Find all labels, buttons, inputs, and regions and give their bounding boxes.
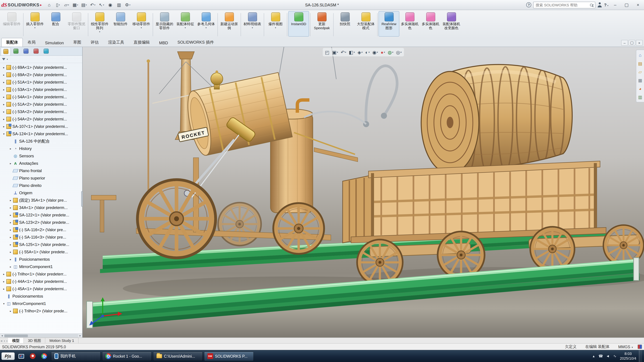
panel-splitter[interactable] [81,191,83,207]
headsup-button[interactable]: ↶ [340,48,347,56]
tree-item[interactable]: (-) 53A<2> (Valor predetermi... [0,108,82,116]
expander-icon[interactable] [9,206,12,209]
scroll-left-icon[interactable]: ◂ [0,334,4,337]
user-account-icon[interactable] [597,2,602,8]
panel-tab[interactable] [41,47,51,55]
start-button[interactable]: Pjs [1,352,14,360]
quick-launch-button[interactable] [16,352,26,361]
command-tab[interactable]: 渲染工具 [103,38,129,47]
quick-launch-button[interactable] [39,352,49,361]
task-pane-button[interactable]: ▤ [637,60,644,67]
toolbar-button[interactable]: ▱ [62,1,71,8]
command-tab[interactable]: 评估 [86,38,103,47]
tree-item[interactable]: (-) 44A<1> (Valor predetermi... [0,278,82,285]
task-pane-button[interactable]: ▱ [637,68,644,76]
toolbar-button[interactable]: ⌂ [45,1,53,8]
ribbon-button[interactable]: 智能扣件 [110,11,131,36]
ribbon-button[interactable]: 插入零部件 [24,11,45,36]
panel-tab[interactable] [11,47,21,55]
ribbon-button[interactable]: 爆炸视图 [265,11,286,36]
headsup-button[interactable]: ◈ [356,48,364,56]
tree-item[interactable]: (-) Trilho<1> (Valor predeterr... [0,270,82,278]
ribbon-button[interactable]: 参考几何体 [196,11,216,36]
ribbon-button[interactable]: 装配体随机改变颜色 [441,11,462,36]
expander-icon[interactable] [2,88,6,91]
toolbar-button[interactable]: ▤ [80,1,88,8]
tree-item[interactable]: SA-122<1> (Valor predete... [0,211,82,219]
tree-item[interactable]: MirrorComponent1 [0,263,82,270]
tree-item[interactable]: (-) SA-116<2> (Valor pre... [0,226,82,234]
menu-flyout-arrow-icon[interactable]: ▸ [40,3,42,7]
ribbon-button[interactable]: 材料明细表 [242,11,263,36]
taskbar-app-button[interactable]: 我的手机 [51,352,100,361]
expander-icon[interactable] [2,280,6,283]
status-item[interactable]: 欠定义 [565,344,576,349]
graphics-viewport[interactable]: ROCKET [82,47,644,338]
expander-icon[interactable] [2,81,6,84]
tree-item[interactable]: (-) 69A<2> (Valor predetermi... [0,71,82,78]
expander-icon[interactable] [9,310,12,312]
ribbon-button[interactable] [23,13,24,36]
headsup-button[interactable]: ◎ [395,48,402,56]
taskbar-app-button[interactable]: SOLIDWORKS P... [204,352,254,361]
help-menu[interactable]: ? [604,2,608,7]
command-tab[interactable]: Simulation [40,39,68,47]
volume-icon[interactable]: ◄ [606,354,610,358]
solidworks-logo[interactable]: dS SOLIDWORKS ▸ [1,2,42,8]
command-tab[interactable]: 草图 [68,38,86,47]
ribbon-button[interactable] [88,13,88,36]
ribbon-button[interactable]: RealView 图形 [378,11,399,36]
tree-item[interactable]: (-) 51A<2> (Valor predetermi... [0,101,82,108]
command-tab[interactable]: MBD [154,39,173,47]
tree-item[interactable]: Posicionamentos [0,256,82,263]
headsup-button[interactable]: ◰ [324,48,330,56]
command-tab[interactable]: 装配体 [1,38,23,47]
headsup-button[interactable]: ◉ [371,48,379,56]
toolbar-button[interactable]: ▦ [71,1,79,8]
headsup-button[interactable]: ▣ [331,48,339,56]
search-input[interactable] [535,2,590,7]
expander-icon[interactable] [9,265,12,268]
expander-icon[interactable] [2,96,6,98]
expander-icon[interactable] [2,287,6,290]
task-pane-button[interactable]: ◕ [637,85,644,92]
panel-tab[interactable] [31,47,41,55]
view-tab[interactable]: Motion Study 1 [46,338,78,343]
tree-item[interactable]: (-) 69A<1> (Valor predetermi... [0,64,82,71]
expander-icon[interactable] [9,250,12,254]
toolbar-button[interactable]: ↶ [89,1,97,8]
toolbar-button[interactable]: ▯ [54,1,62,8]
toolbar-button[interactable]: ◉ [106,1,114,8]
ribbon-button[interactable] [240,13,241,36]
ribbon-button[interactable]: 拍快照 [334,11,356,36]
chevron-up-icon[interactable]: ▴ [591,354,596,358]
tree-item[interactable]: (-) 45A<1> (Valor predetermi... [0,285,82,292]
view-tab[interactable]: 3D 视图 [24,338,46,343]
expander-icon[interactable] [2,103,6,106]
ribbon-button[interactable]: 更新 Speedpak [312,11,332,36]
status-badge-icon[interactable] [638,344,642,349]
command-tab[interactable]: 布局 [23,38,40,47]
ribbon-button[interactable]: 编辑零部件 [1,11,22,36]
status-item[interactable]: MMGS [618,345,633,349]
ribbon-button[interactable]: 新建运动算例 [219,11,240,36]
toolbar-button[interactable]: ▥ [115,1,123,8]
expander-icon[interactable] [9,243,12,246]
panel-tab[interactable] [1,47,11,55]
expander-icon[interactable] [9,199,12,202]
ribbon-button[interactable] [218,13,218,36]
command-tab[interactable]: 直接编辑 [129,38,154,47]
taskbar-clock[interactable]: 8:03 2025/10/4 [620,352,636,361]
tree-item[interactable]: (-) 54A<2> (Valor predetermi... [0,116,82,123]
minimize-button[interactable]: – [610,1,620,8]
task-pane-button[interactable]: ▦ [637,76,644,84]
search-icon[interactable] [590,4,592,6]
taskbar-app-button[interactable]: C:\Users\Admini... [153,352,202,361]
tree-item[interactable]: SA-107<1> (Valor predetermi... [0,123,82,130]
expander-icon[interactable] [9,258,12,261]
ribbon-button[interactable] [264,13,264,36]
ribbon-button[interactable] [333,13,334,36]
tree-item[interactable]: Sensors [0,152,82,160]
panel-tab[interactable] [21,47,31,55]
tab-scroll-icon[interactable]: « [1,339,2,342]
